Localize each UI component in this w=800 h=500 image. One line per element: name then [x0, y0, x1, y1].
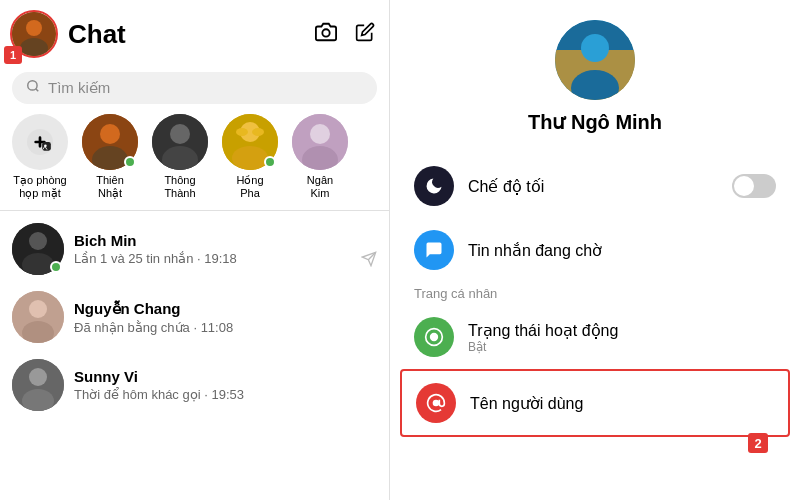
sunnyvi-preview: Thời để hôm khác gọi · 19:53	[74, 387, 377, 402]
bichmin-preview: Lần 1 và 25 tin nhắn · 19:18	[74, 251, 377, 266]
bichmin-info: Bich Min Lần 1 và 25 tin nhắn · 19:18	[74, 232, 377, 266]
search-icon	[26, 79, 40, 97]
bichmin-avatar-wrapper	[12, 223, 64, 275]
menu-item-dark-mode[interactable]: Chế độ tối	[400, 154, 790, 218]
header: 1 Chat	[0, 0, 389, 66]
svg-point-1	[26, 20, 42, 36]
sunnyvi-name: Sunny Vi	[74, 368, 377, 385]
active-status-label: Trạng thái hoạt động	[468, 321, 776, 340]
pending-msg-icon	[414, 230, 454, 270]
profile-avatar	[555, 20, 635, 100]
sunnyvi-avatar-wrapper	[12, 359, 64, 411]
thiennhat-avatar-wrapper	[82, 114, 138, 170]
active-status-icon	[414, 317, 454, 357]
toggle-knob	[734, 176, 754, 196]
thongthanh-avatar	[152, 114, 208, 170]
header-icons	[315, 21, 375, 48]
label-2: 2	[748, 433, 768, 453]
header-title: Chat	[68, 19, 305, 50]
svg-point-35	[581, 34, 609, 62]
story-hongpha[interactable]: HồngPha	[222, 114, 278, 200]
menu-item-pending[interactable]: Tin nhắn đang chờ	[400, 218, 790, 282]
left-panel: 1 Chat Tìm kiếm	[0, 0, 390, 500]
menu-item-active-status[interactable]: Trạng thái hoạt động Bật	[400, 305, 790, 369]
svg-point-28	[29, 300, 47, 318]
svg-point-18	[252, 128, 264, 136]
svg-point-38	[430, 333, 438, 341]
chat-list: Bich Min Lần 1 và 25 tin nhắn · 19:18	[0, 215, 389, 500]
pending-msg-label: Tin nhắn đang chờ	[468, 241, 776, 260]
active-status-sublabel: Bật	[468, 340, 776, 354]
nguyenchang-preview: Đã nhận bằng chứa · 11:08	[74, 320, 377, 335]
svg-point-20	[310, 124, 330, 144]
camera-icon[interactable]	[315, 21, 337, 48]
section-title-profile: Trang cá nhân	[400, 282, 790, 305]
svg-point-12	[170, 124, 190, 144]
online-indicator	[50, 261, 62, 273]
nguyenchang-avatar-wrapper	[12, 291, 64, 343]
svg-point-9	[100, 124, 120, 144]
create-room-label: Tạo phònghọp mặt	[13, 174, 66, 200]
svg-point-16	[232, 146, 268, 170]
dark-mode-icon	[414, 166, 454, 206]
bichmin-name: Bich Min	[74, 232, 377, 249]
label-1: 1	[4, 46, 22, 64]
nguyenchang-avatar	[12, 291, 64, 343]
create-room-avatar	[12, 114, 68, 170]
menu-list: Chế độ tối Tin nhắn đang chờ Trang cá nh…	[390, 154, 800, 437]
edit-icon[interactable]	[355, 22, 375, 47]
username-icon	[416, 383, 456, 423]
user-avatar-wrapper[interactable]: 1	[10, 10, 58, 58]
dark-mode-label: Chế độ tối	[468, 177, 718, 196]
story-create-room[interactable]: Tạo phònghọp mặt	[12, 114, 68, 200]
online-indicator	[124, 156, 136, 168]
svg-point-39	[433, 400, 440, 407]
svg-point-23	[29, 232, 47, 250]
story-ngankim[interactable]: NgânKim	[292, 114, 348, 200]
username-label: Tên người dùng	[470, 394, 774, 413]
thongthanh-label: ThôngThành	[164, 174, 195, 200]
menu-item-username[interactable]: Tên người dùng 2	[400, 369, 790, 437]
ngankim-avatar-wrapper	[292, 114, 348, 170]
search-placeholder: Tìm kiếm	[48, 79, 110, 97]
thiennhat-label: ThiênNhật	[96, 174, 124, 200]
chat-item-nguyenchang[interactable]: Nguyễn Chang Đã nhận bằng chứa · 11:08	[0, 283, 389, 351]
search-bar[interactable]: Tìm kiếm	[12, 72, 377, 104]
thongthanh-avatar-wrapper	[152, 114, 208, 170]
chat-item-sunnyvi[interactable]: Sunny Vi Thời để hôm khác gọi · 19:53	[0, 351, 389, 419]
dark-mode-toggle[interactable]	[732, 174, 776, 198]
create-room-icon	[12, 114, 68, 170]
sunnyvi-info: Sunny Vi Thời để hôm khác gọi · 19:53	[74, 368, 377, 402]
svg-point-3	[322, 29, 329, 36]
chat-item-bichmin[interactable]: Bich Min Lần 1 và 25 tin nhắn · 19:18	[0, 215, 389, 283]
active-status-text: Trạng thái hoạt động Bật	[468, 321, 776, 354]
dark-mode-text: Chế độ tối	[468, 177, 718, 196]
pending-msg-text: Tin nhắn đang chờ	[468, 241, 776, 260]
ngankim-label: NgânKim	[307, 174, 333, 200]
svg-point-31	[29, 368, 47, 386]
svg-point-17	[236, 128, 248, 136]
username-text: Tên người dùng	[470, 394, 774, 413]
story-thiennhat[interactable]: ThiênNhật	[82, 114, 138, 200]
right-panel: Thư Ngô Minh Chế độ tối	[390, 0, 800, 500]
nguyenchang-info: Nguyễn Chang Đã nhận bằng chứa · 11:08	[74, 300, 377, 335]
svg-point-4	[28, 81, 37, 90]
sunnyvi-avatar	[12, 359, 64, 411]
send-icon	[361, 251, 377, 271]
nguyenchang-name: Nguyễn Chang	[74, 300, 377, 318]
stories-row: Tạo phònghọp mặt ThiênNhật	[0, 114, 389, 210]
online-indicator	[264, 156, 276, 168]
ngankim-avatar	[292, 114, 348, 170]
divider	[0, 210, 389, 211]
hongpha-avatar-wrapper	[222, 114, 278, 170]
profile-name: Thư Ngô Minh	[528, 110, 662, 134]
story-thongthanh[interactable]: ThôngThành	[152, 114, 208, 200]
hongpha-label: HồngPha	[236, 174, 263, 200]
